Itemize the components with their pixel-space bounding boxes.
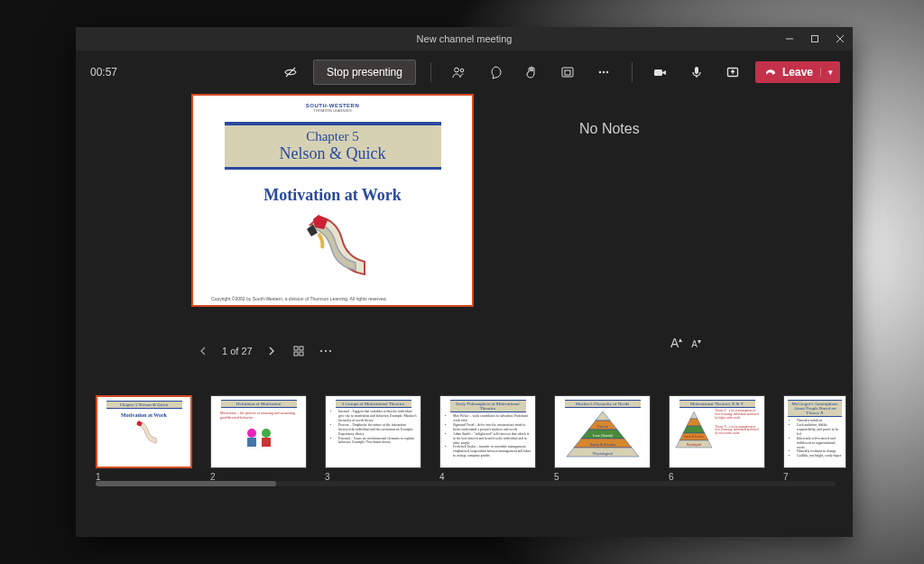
people-icon[interactable] (446, 58, 473, 87)
mic-icon[interactable] (683, 58, 710, 87)
thumbnail-3[interactable]: 3 Groups of Motivational Theories Intern… (325, 395, 421, 468)
minimize-button[interactable] (777, 27, 802, 51)
svg-rect-25 (262, 438, 271, 447)
camera-icon[interactable] (647, 58, 674, 87)
window-controls (777, 27, 853, 51)
raise-hand-icon[interactable] (518, 58, 545, 87)
svg-point-11 (606, 71, 608, 73)
svg-marker-36 (687, 419, 701, 426)
close-button[interactable] (827, 27, 853, 51)
thumbnail-scrollbar[interactable] (96, 481, 836, 486)
pyramid-icon: Safety & Security Physiological (674, 410, 714, 455)
chat-icon[interactable] (482, 58, 509, 87)
thumbnail-4[interactable]: Early Philosophers of Motivational Theor… (439, 395, 536, 468)
svg-point-9 (599, 71, 601, 73)
thumbnail-7[interactable]: McGregor's Assumptions About People Base… (783, 395, 846, 468)
meeting-toolbar: 00:57 Stop presenting (76, 51, 853, 94)
svg-point-22 (247, 429, 256, 438)
titlebar: New channel meeting (76, 27, 853, 51)
leave-chevron-icon[interactable]: ▾ (820, 68, 833, 77)
maximize-button[interactable] (802, 27, 827, 51)
divider (430, 62, 431, 82)
prev-slide-button[interactable] (195, 343, 211, 359)
slide-art (288, 212, 378, 293)
scrollbar-grip[interactable] (96, 481, 276, 486)
teams-meeting-window: New channel meeting 00:57 Stop presentin… (76, 27, 853, 537)
svg-line-4 (286, 68, 295, 77)
divider (632, 62, 633, 82)
svg-text:Safety & Security: Safety & Security (589, 442, 615, 447)
svg-rect-12 (654, 69, 662, 76)
svg-rect-23 (247, 438, 256, 447)
svg-marker-35 (690, 411, 698, 419)
svg-point-20 (325, 350, 327, 352)
svg-rect-1 (812, 36, 818, 42)
next-slide-button[interactable] (263, 343, 280, 359)
grid-view-button[interactable] (291, 343, 307, 359)
svg-text:Safety & Security: Safety & Security (684, 435, 704, 439)
slide-title: Motivation at Work (263, 186, 402, 205)
decrease-font-button[interactable]: A▾ (691, 337, 701, 349)
more-options-icon[interactable] (318, 343, 334, 359)
share-icon[interactable] (719, 58, 746, 87)
more-actions-icon[interactable] (590, 58, 617, 87)
svg-point-10 (603, 71, 605, 73)
chapter-label: Chapter 5 (225, 129, 441, 144)
leave-button[interactable]: Leave ▾ (755, 61, 840, 83)
private-view-icon[interactable] (277, 58, 304, 87)
hangup-icon (764, 66, 777, 79)
increase-font-button[interactable]: A▴ (670, 336, 682, 350)
thumbnail-2[interactable]: Definition of Motivation Motivation – th… (210, 395, 307, 468)
slide-thumbnails: Chapter 5 Nelson & Quick Motivation at W… (76, 395, 853, 482)
svg-point-5 (455, 68, 459, 72)
svg-rect-13 (695, 67, 698, 74)
svg-marker-37 (683, 426, 705, 433)
svg-rect-16 (300, 347, 303, 350)
svg-text:Esteem: Esteem (597, 424, 609, 429)
svg-text:Love (Social): Love (Social) (593, 433, 614, 438)
publisher-sub: THOMSON LEARNING (313, 108, 351, 113)
thumbnail-6[interactable]: Motivational Theories X & Y Safety & Sec… (669, 395, 765, 468)
svg-rect-17 (294, 352, 298, 356)
rooms-icon[interactable] (554, 58, 581, 87)
pyramid-icon: Esteem Love (Social) Safety & Security P… (563, 410, 642, 460)
svg-text:Physiological: Physiological (686, 443, 700, 447)
slide-pager: 1 of 27 (76, 336, 853, 359)
svg-point-19 (320, 350, 322, 352)
authors-label: Nelson & Quick (225, 144, 441, 163)
svg-point-24 (262, 429, 271, 438)
svg-text:Physiological: Physiological (593, 451, 614, 456)
copyright: Copyright ©2002 by South-Western, a divi… (211, 296, 387, 301)
svg-point-6 (461, 69, 465, 72)
svg-point-21 (329, 350, 331, 352)
page-indicator: 1 of 27 (222, 346, 253, 356)
meeting-timer: 00:57 (90, 66, 117, 79)
thumbnail-1[interactable]: Chapter 5 Nelson & Quick Motivation at W… (96, 395, 192, 468)
content-area: SOUTH-WESTERN THOMSON LEARNING Chapter 5… (76, 94, 853, 537)
leave-label: Leave (782, 66, 813, 79)
svg-rect-8 (565, 70, 570, 75)
notes-placeholder: No Notes (579, 121, 640, 136)
window-title: New channel meeting (417, 33, 513, 44)
svg-marker-26 (596, 411, 610, 421)
font-size-controls: A▴ A▾ (670, 336, 701, 350)
svg-rect-18 (300, 352, 303, 356)
svg-rect-15 (294, 347, 298, 350)
current-slide[interactable]: SOUTH-WESTERN THOMSON LEARNING Chapter 5… (191, 94, 474, 307)
stop-presenting-button[interactable]: Stop presenting (313, 60, 416, 85)
thumbnail-5[interactable]: Maslow's Hierarchy of Needs Esteem Love … (554, 395, 651, 468)
